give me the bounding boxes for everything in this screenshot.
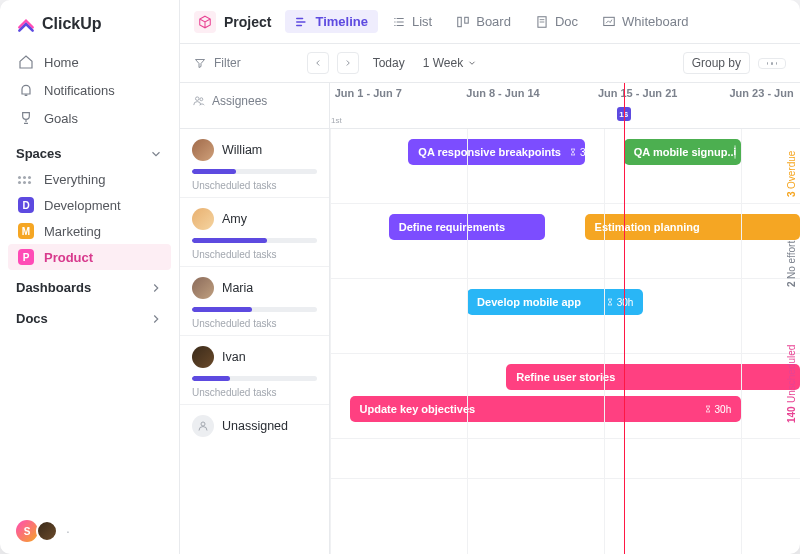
workload-bar [192,376,317,381]
space-product[interactable]: P Product [8,244,171,270]
chevron-right-icon [149,281,163,295]
today-button[interactable]: Today [373,56,405,70]
info-icon: i [734,145,737,159]
assignee-column: Assignees William Unscheduled tasks Amy … [180,83,330,554]
clickup-logo-icon [16,14,36,34]
view-tabs: Project Timeline List Board Doc Whiteboa… [180,0,800,44]
person-maria[interactable]: Maria Unscheduled tasks [180,267,329,336]
whiteboard-icon [602,15,616,29]
space-marketing[interactable]: M Marketing [0,218,179,244]
unscheduled-link[interactable]: Unscheduled tasks [192,249,317,260]
unscheduled-link[interactable]: Unscheduled tasks [192,180,317,191]
more-button[interactable] [758,58,786,69]
avatar [192,277,214,299]
group-by-button[interactable]: Group by [683,52,750,74]
doc-icon [535,15,549,29]
task-qa-breakpoints[interactable]: QA responsive breakpoints 30h [408,139,584,165]
gantt-row-maria: Develop mobile app 30h [330,279,800,354]
workload-bar [192,307,317,312]
task-develop-mobile[interactable]: Develop mobile app 30h [467,289,643,315]
assignees-header[interactable]: Assignees [180,83,329,129]
avatar [192,139,214,161]
person-unassigned[interactable]: Unassigned [180,405,329,443]
chevron-right-icon [149,312,163,326]
nav-home-label: Home [44,55,79,70]
svg-rect-0 [458,17,462,26]
brand-name: ClickUp [42,15,102,33]
space-everything-label: Everything [44,172,105,187]
project-name: Project [224,14,271,30]
main-panel: Project Timeline List Board Doc Whiteboa… [180,0,800,554]
space-everything[interactable]: Everything [0,167,179,192]
unscheduled-link[interactable]: Unscheduled tasks [192,387,317,398]
prev-button[interactable] [307,52,329,74]
estimate-badge: 30h [561,147,585,158]
nav-notifications[interactable]: Notifications [8,76,171,104]
nav-notifications-label: Notifications [44,83,115,98]
nav-goals[interactable]: Goals [8,104,171,132]
person-william[interactable]: William Unscheduled tasks [180,129,329,198]
board-icon [456,15,470,29]
view-doc[interactable]: Doc [525,10,588,33]
docs-label: Docs [16,311,48,326]
presence-bar[interactable]: S · [0,508,179,554]
chevron-down-icon [149,147,163,161]
chevron-left-icon [313,58,323,68]
space-marketing-label: Marketing [44,224,101,239]
task-estimation-planning[interactable]: Estimation planning [585,214,800,240]
nav-goals-label: Goals [44,111,78,126]
filter-label[interactable]: Filter [214,56,241,70]
app-root: ClickUp Home Notifications Goals Spaces … [0,0,800,554]
badge-unscheduled[interactable]: 140Unscheduled [782,309,800,459]
workload-bar [192,169,317,174]
spaces-header[interactable]: Spaces [0,136,179,167]
svg-point-6 [201,422,205,426]
list-icon [392,15,406,29]
dashboards-header[interactable]: Dashboards [0,270,179,301]
unassigned-icon [192,415,214,437]
view-list[interactable]: List [382,10,442,33]
brand-logo[interactable]: ClickUp [0,0,179,44]
avatar [192,208,214,230]
range-selector[interactable]: 1 Week [423,56,477,70]
workload-bar [192,238,317,243]
space-development[interactable]: D Development [0,192,179,218]
sidebar: ClickUp Home Notifications Goals Spaces … [0,0,180,554]
people-icon [192,94,206,108]
gantt-row-ivan: Refine user stories Update key objective… [330,354,800,439]
side-badges: 3Overdue 2No effort 140Unscheduled [782,129,800,554]
view-whiteboard[interactable]: Whiteboard [592,10,698,33]
task-update-objectives[interactable]: Update key objectives 30h [350,396,742,422]
nav-home[interactable]: Home [8,48,171,76]
person-ivan[interactable]: Ivan Unscheduled tasks [180,336,329,405]
filter-icon [194,57,206,69]
view-board[interactable]: Board [446,10,521,33]
unscheduled-link[interactable]: Unscheduled tasks [192,318,317,329]
estimate-badge: 30h [598,297,634,308]
first-day-label: 1st [331,116,342,125]
estimate-badge: 30h [696,404,732,415]
trophy-icon [18,110,34,126]
svg-rect-1 [465,17,469,23]
project-chip[interactable]: Project [194,11,271,33]
person-amy[interactable]: Amy Unscheduled tasks [180,198,329,267]
timeline-area: Assignees William Unscheduled tasks Amy … [180,83,800,554]
avatar [192,346,214,368]
badge-overdue[interactable]: 3Overdue [782,129,800,219]
today-line [624,83,625,554]
next-button[interactable] [337,52,359,74]
home-icon [18,54,34,70]
view-timeline[interactable]: Timeline [285,10,378,33]
bell-icon [18,82,34,98]
badge-no-effort[interactable]: 2No effort [782,219,800,309]
grid-icon [18,176,34,184]
space-letter-icon: D [18,197,34,213]
task-refine-stories[interactable]: Refine user stories [506,364,800,390]
space-product-label: Product [44,250,93,265]
date-header: Jun 1 - Jun 7 Jun 8 - Jun 14 Jun 15 - Ju… [330,83,800,129]
task-qa-mobile[interactable]: QA mobile signup.. i [624,139,742,165]
avatar-peer [36,520,58,542]
space-letter-icon: M [18,223,34,239]
gantt-chart[interactable]: Jun 1 - Jun 7 Jun 8 - Jun 14 Jun 15 - Ju… [330,83,800,554]
docs-header[interactable]: Docs [0,301,179,332]
